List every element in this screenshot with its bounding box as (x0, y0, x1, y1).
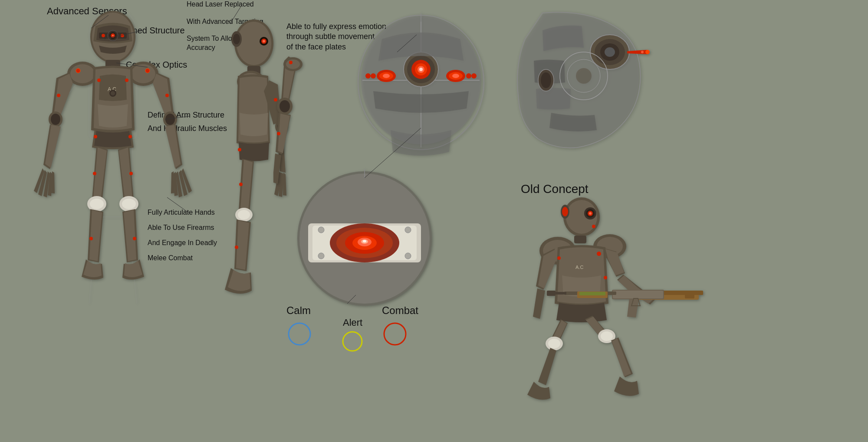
svg-line-160 (397, 35, 417, 52)
annotation-lines (0, 0, 868, 442)
svg-line-162 (347, 295, 356, 304)
svg-line-154 (91, 15, 108, 28)
svg-line-161 (365, 128, 421, 178)
svg-line-157 (230, 7, 241, 24)
svg-line-155 (104, 30, 143, 39)
svg-line-156 (116, 63, 148, 67)
svg-line-158 (165, 116, 190, 119)
svg-line-159 (167, 197, 190, 213)
